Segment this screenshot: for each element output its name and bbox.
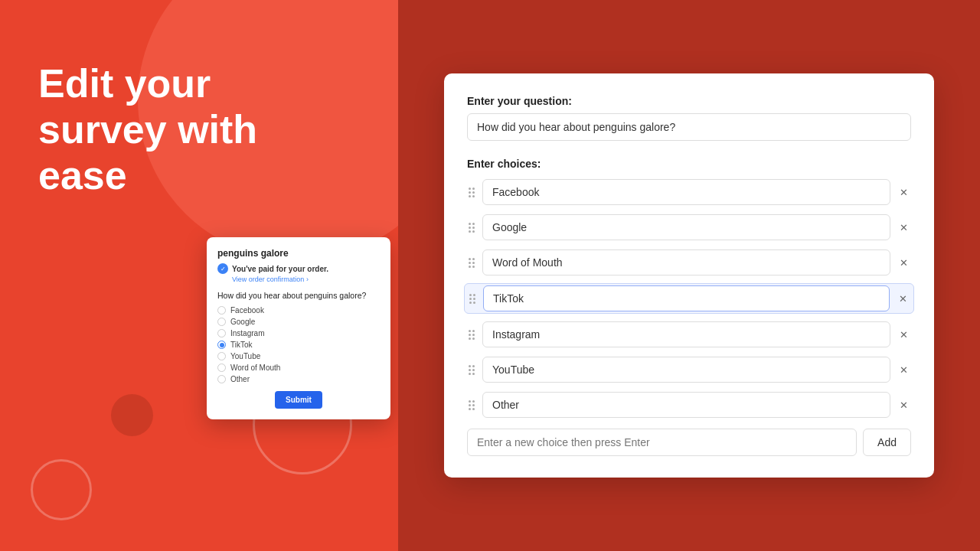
preview-paid-text: You've paid for your order. [232, 265, 328, 273]
question-input[interactable] [467, 113, 911, 141]
delete-button-instagram[interactable] [897, 326, 911, 343]
new-choice-row: Add [467, 429, 911, 456]
delete-button-wordofmouth[interactable] [897, 254, 911, 271]
drag-handle-tiktok[interactable] [468, 292, 477, 305]
preview-store-name: penguins galore [217, 248, 380, 259]
decorative-circle-small [31, 459, 92, 520]
delete-button-tiktok[interactable] [896, 290, 910, 307]
choice-input-instagram[interactable] [482, 321, 890, 347]
choice-input-tiktok[interactable] [483, 285, 890, 311]
radio-google [217, 318, 226, 326]
radio-facebook [217, 306, 226, 315]
hero-text: Edit yoursurvey withease [38, 61, 257, 198]
add-button[interactable]: Add [863, 429, 911, 456]
delete-button-other[interactable] [897, 396, 911, 413]
preview-option-wordofmouth: Word of Mouth [217, 364, 380, 372]
choice-input-other[interactable] [482, 392, 890, 418]
editor-card: Enter your question: Enter choices: [444, 73, 934, 478]
choice-row-instagram [467, 320, 911, 349]
radio-other [217, 375, 226, 383]
choice-row-facebook [467, 178, 911, 207]
drag-handle-youtube[interactable] [467, 364, 476, 377]
radio-youtube [217, 352, 226, 360]
choice-input-google[interactable] [482, 214, 890, 240]
new-choice-input[interactable] [467, 429, 857, 456]
choice-input-wordofmouth[interactable] [482, 249, 890, 276]
choice-row-google [467, 213, 911, 242]
question-label: Enter your question: [467, 95, 911, 107]
preview-option-youtube: YouTube [217, 352, 380, 360]
preview-option-tiktok: TikTok [217, 341, 380, 349]
delete-button-youtube[interactable] [897, 361, 911, 378]
preview-options: Facebook Google Instagram TikTok YouTube [217, 306, 380, 383]
preview-confirmation-link: View order confirmation › [217, 276, 380, 283]
preview-confirmation-row: ✓ You've paid for your order. [217, 263, 380, 274]
preview-option-facebook: Facebook [217, 306, 380, 315]
preview-option-other: Other [217, 375, 380, 383]
choice-row-youtube [467, 355, 911, 384]
preview-option-instagram: Instagram [217, 329, 380, 337]
drag-handle-wordofmouth[interactable] [467, 256, 476, 269]
drag-handle-google[interactable] [467, 221, 476, 234]
choice-input-facebook[interactable] [482, 179, 890, 205]
radio-instagram [217, 329, 226, 337]
drag-handle-facebook[interactable] [467, 186, 476, 199]
preview-option-google: Google [217, 318, 380, 326]
delete-button-facebook[interactable] [897, 184, 911, 201]
choice-input-youtube[interactable] [482, 357, 890, 383]
choice-row-tiktok [464, 283, 914, 314]
radio-wordofmouth [217, 364, 226, 372]
delete-button-google[interactable] [897, 219, 911, 236]
choice-row-wordofmouth [467, 248, 911, 277]
preview-submit-button[interactable]: Submit [275, 391, 322, 409]
main-panel: Enter your question: Enter choices: [398, 0, 980, 551]
choice-row-other [467, 390, 911, 419]
drag-handle-instagram[interactable] [467, 328, 476, 341]
preview-question: How did you hear about penguins galore? [217, 291, 380, 300]
drag-handle-other[interactable] [467, 399, 476, 412]
left-panel: Edit yoursurvey withease penguins galore… [0, 0, 398, 551]
radio-tiktok [217, 341, 226, 349]
check-icon: ✓ [217, 263, 228, 274]
preview-card: penguins galore ✓ You've paid for your o… [207, 237, 390, 419]
choices-label: Enter choices: [467, 158, 911, 170]
decorative-circle-filled [111, 394, 153, 436]
